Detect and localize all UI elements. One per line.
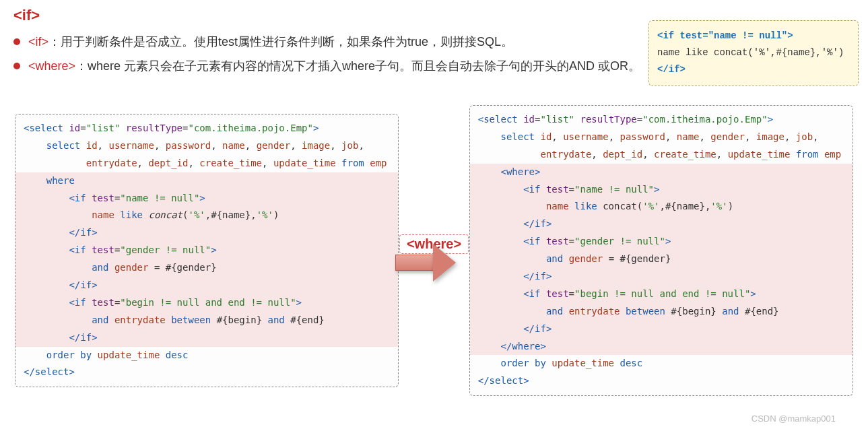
code-right: <select id="list" resultType="com.itheim…	[469, 105, 853, 396]
code-left-pre: <select id="list" resultType="com.itheim…	[15, 114, 398, 387]
code-left: <select id="list" resultType="com.itheim…	[15, 114, 399, 387]
watermark: CSDN @mamkap001	[752, 414, 836, 424]
callout-open-tag: <if	[657, 30, 674, 41]
bullet-where-text: ：where 元素只会在子元素有内容的情况下才插入where子句。而且会自动去除…	[75, 58, 640, 74]
bullet-where-tag: <where>	[28, 59, 75, 73]
bullet-dot-icon	[13, 38, 20, 45]
callout-close-tag: </if>	[657, 61, 850, 78]
bullet-if-text: ：用于判断条件是否成立。使用test属性进行条件判断，如果条件为true，则拼接…	[48, 34, 513, 50]
callout-box: <if test="name != null"> name like conca…	[648, 20, 859, 86]
arrow: <where>	[403, 238, 465, 263]
code-area: <select id="list" resultType="com.itheim…	[0, 82, 868, 396]
code-right-pre: <select id="list" resultType="com.itheim…	[470, 106, 853, 395]
bullet-if-tag: <if>	[28, 35, 48, 49]
bullet-dot-icon	[13, 63, 20, 69]
callout-body: name like concat('%',#{name},'%')	[657, 44, 850, 61]
callout-open-attr: test="name != null">	[674, 30, 793, 41]
